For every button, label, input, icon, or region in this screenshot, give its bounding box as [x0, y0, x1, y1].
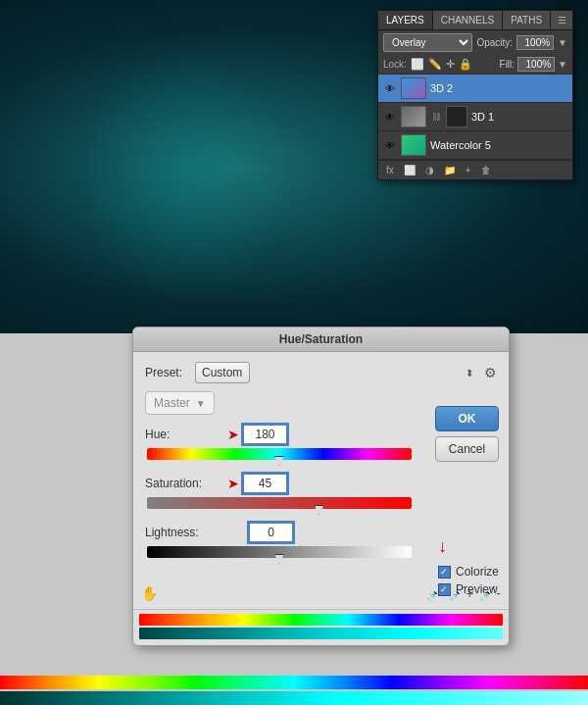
- saturation-arrow-icon: ➤: [223, 476, 243, 491]
- sat-track-wrap: [145, 497, 497, 509]
- blend-mode-row: Overlay Normal Multiply Opacity: ▼: [378, 30, 572, 55]
- page-bottom-bars: [0, 672, 588, 705]
- delete-layer-icon[interactable]: 🗑: [478, 164, 494, 176]
- cancel-button[interactable]: Cancel: [435, 436, 499, 462]
- lock-image-icon[interactable]: ✏️: [428, 58, 442, 71]
- fill-input[interactable]: [517, 57, 555, 72]
- group-icon[interactable]: 📁: [441, 164, 459, 176]
- tab-paths[interactable]: PATHS: [503, 11, 551, 29]
- page-rainbow-bar: [0, 676, 588, 689]
- lock-label: Lock:: [383, 59, 407, 70]
- page-teal-bar: [0, 691, 588, 705]
- hue-spectrum-bar: [139, 614, 503, 626]
- colorize-arrow-icon: ↓: [438, 536, 499, 557]
- layer-name-0: 3D 2: [430, 82, 558, 94]
- saturation-track[interactable]: [147, 497, 412, 509]
- layer-eye-1[interactable]: 👁: [383, 110, 397, 124]
- channel-select-row: Master ▼: [145, 391, 215, 415]
- add-layer-icon[interactable]: +: [463, 164, 474, 176]
- dialog-title: Hue/Saturation: [133, 327, 509, 352]
- panel-bottom-bar: fx ⬜ ◑ 📁 + 🗑: [378, 160, 572, 179]
- channel-label: Master: [154, 396, 190, 410]
- lightness-label: Lightness:: [145, 526, 223, 539]
- layer-thumb-0: [401, 77, 426, 99]
- tab-channels[interactable]: CHANNELS: [433, 11, 503, 29]
- saturation-thumb[interactable]: [315, 505, 324, 515]
- dialog-inner: Preset: Custom Default ⬍ ⚙ Master ▼ Hue: [133, 352, 509, 645]
- layer-chain-1: ⛓: [430, 106, 442, 127]
- dialog-buttons: OK Cancel: [435, 406, 499, 462]
- preview-checkbox[interactable]: ✓: [438, 583, 451, 596]
- channel-arrow[interactable]: ▼: [196, 398, 206, 409]
- hue-label: Hue:: [145, 428, 223, 441]
- panel-menu-icon[interactable]: ☰: [552, 11, 572, 29]
- saturation-label: Saturation:: [145, 477, 223, 490]
- preset-arrows-icon: ⬍: [466, 368, 473, 378]
- layer-name-2: Watercolor 5: [430, 139, 567, 151]
- lightness-thumb[interactable]: [274, 554, 284, 564]
- saturation-input[interactable]: [243, 474, 287, 493]
- layer-item-1[interactable]: 👁 ⛓ 3D 1: [378, 103, 572, 131]
- colorize-checkbox[interactable]: ✓: [438, 566, 451, 579]
- lightness-track[interactable]: [147, 546, 412, 558]
- dialog-color-bars: [133, 609, 509, 645]
- hue-track[interactable]: [147, 448, 412, 460]
- preset-gear-icon[interactable]: ⚙: [484, 365, 497, 380]
- saturation-slider-group: Saturation: ➤: [145, 474, 497, 509]
- hue-arrow-icon: ➤: [223, 427, 243, 442]
- layer-thumb-1: [401, 106, 426, 127]
- layers-panel: LAYERS CHANNELS PATHS ☰ Overlay Normal M…: [377, 10, 573, 180]
- mask-icon[interactable]: ⬜: [401, 164, 418, 176]
- preset-row: Preset: Custom Default ⬍ ⚙: [145, 362, 497, 383]
- layer-eye-0[interactable]: 👁: [383, 81, 397, 95]
- ok-button[interactable]: OK: [435, 406, 499, 431]
- sample-tool-icon[interactable]: ✋: [141, 585, 158, 601]
- tab-layers[interactable]: LAYERS: [378, 11, 433, 29]
- adjustment-icon[interactable]: ◑: [422, 164, 437, 176]
- saturation-row: Saturation: ➤: [145, 474, 497, 493]
- fill-row: Fill: ▼: [500, 57, 567, 72]
- result-spectrum-bar: [139, 628, 503, 639]
- preset-label: Preset:: [145, 366, 189, 379]
- fill-arrow[interactable]: ▼: [558, 59, 567, 70]
- layer-item-2[interactable]: 👁 Watercolor 5: [378, 131, 572, 160]
- opacity-arrow[interactable]: ▼: [558, 37, 567, 48]
- layer-item-0[interactable]: 👁 3D 2: [378, 75, 572, 103]
- layer-active-bar-0: [562, 77, 567, 99]
- blend-mode-select[interactable]: Overlay Normal Multiply: [383, 33, 472, 52]
- lock-all-icon[interactable]: 🔒: [459, 58, 472, 71]
- hue-thumb[interactable]: [274, 456, 284, 466]
- lock-position-icon[interactable]: ✛: [446, 58, 455, 71]
- opacity-input[interactable]: [516, 35, 554, 50]
- layer-mask-1: [446, 106, 467, 127]
- opacity-label: Opacity:: [476, 37, 513, 48]
- preset-select-wrap: Custom Default ⬍: [195, 362, 478, 383]
- layer-eye-2[interactable]: 👁: [383, 138, 397, 152]
- preset-select[interactable]: Custom Default: [195, 362, 250, 383]
- hue-input[interactable]: [243, 425, 287, 444]
- lock-row: Lock: ⬜ ✏️ ✛ 🔒 Fill: ▼: [378, 55, 572, 75]
- colorize-label: Colorize: [456, 565, 499, 579]
- colorize-row: ✓ Colorize: [438, 565, 499, 579]
- preview-row: ✓ Preview: [438, 582, 499, 596]
- checkbox-section: ↓ ✓ Colorize ✓ Preview: [438, 536, 499, 596]
- layer-name-1: 3D 1: [471, 111, 567, 123]
- lightness-input[interactable]: [249, 523, 293, 542]
- fill-label: Fill:: [500, 59, 515, 70]
- preview-label: Preview: [456, 582, 498, 596]
- panel-tabs: LAYERS CHANNELS PATHS ☰: [378, 11, 572, 30]
- fx-icon[interactable]: fx: [383, 164, 397, 176]
- layer-thumb-2: [401, 134, 426, 156]
- hue-saturation-dialog: Hue/Saturation Preset: Custom Default ⬍ …: [132, 327, 510, 646]
- lock-transparent-icon[interactable]: ⬜: [411, 58, 424, 71]
